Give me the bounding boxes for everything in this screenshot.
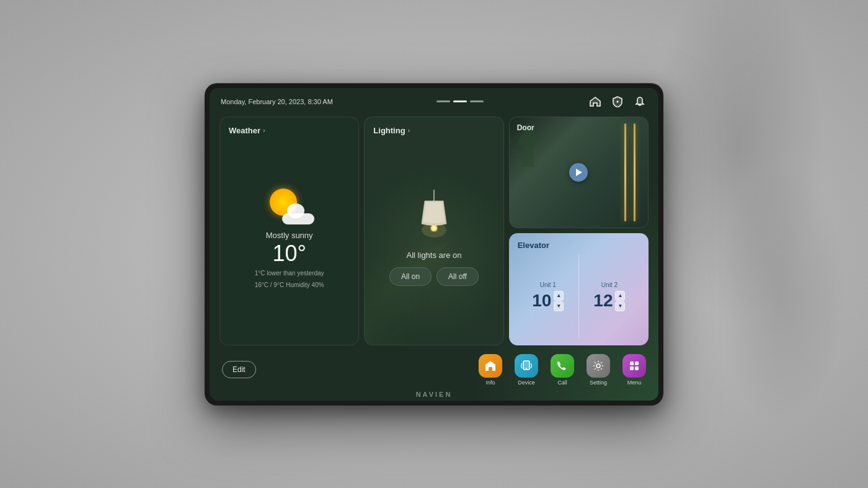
svg-point-7 [526,368,527,369]
weather-temperature: 10° [272,242,306,265]
unit2-down-arrow[interactable]: ▼ [615,301,625,311]
lamp-icon [412,190,456,246]
unit1-control: 10 ▲ ▼ [532,291,564,311]
app-menu[interactable]: Menu [622,354,646,386]
elevator-content: Elevator Unit 1 10 ▲ ▼ [509,233,649,345]
lighting-widget: Lighting › [364,117,503,345]
all-off-button[interactable]: All off [436,267,479,286]
play-icon [576,169,582,176]
info-label: Info [485,379,495,386]
home-icon[interactable] [588,94,603,109]
app-call[interactable]: Call [551,354,574,386]
unit2-value: 12 [593,292,613,309]
unit2-control: 12 ▲ ▼ [593,291,625,311]
app-device[interactable]: Device [515,354,538,386]
screen: Monday, February 20, 2023, 8:30 AM [210,88,658,401]
door-title: Door [517,123,534,132]
brand-name: NAVIEN [210,391,658,401]
lighting-content: All lights are on All on All off [373,140,494,336]
door-widget[interactable]: Door [509,117,649,229]
notification-icon[interactable] [632,94,647,109]
unit1-up-arrow[interactable]: ▲ [554,291,564,301]
play-button[interactable] [569,163,588,182]
lighting-status: All lights are on [407,251,462,260]
device-icon [515,354,538,378]
bottom-bar: Edit Info [210,350,658,391]
page-dot-2[interactable] [453,100,467,102]
svg-point-0 [616,100,618,102]
cloud-icon [282,207,314,224]
app-dock: Info Device [479,354,646,386]
weather-condition: Mostly sunny [266,231,313,240]
call-icon [551,354,574,378]
unit2-up-arrow[interactable]: ▲ [615,291,625,301]
svg-rect-9 [630,362,634,365]
weather-arrow-icon: › [263,126,265,134]
unit2-label: Unit 2 [601,282,618,288]
page-dot-3[interactable] [470,100,484,102]
weather-title: Weather [229,126,260,135]
security-icon[interactable] [610,94,625,109]
unit1-arrows[interactable]: ▲ ▼ [554,291,564,311]
svg-point-8 [596,364,600,368]
weather-comparison: 1°C lower than yesterday [255,270,324,277]
svg-rect-10 [635,362,639,365]
app-info[interactable]: Info [479,354,502,386]
main-content: Weather › Mostly sunny 10° 1°C lower tha… [210,113,658,350]
header: Monday, February 20, 2023, 8:30 AM [210,88,658,113]
weather-content: Mostly sunny 10° 1°C lower than yesterda… [229,140,350,336]
lighting-buttons: All on All off [389,267,479,286]
elevator-unit-1: Unit 1 10 ▲ ▼ [518,255,579,338]
menu-label: Menu [627,379,642,386]
unit1-value: 10 [532,292,551,309]
edit-button[interactable]: Edit [222,361,256,378]
all-on-button[interactable]: All on [389,267,432,286]
datetime: Monday, February 20, 2023, 8:30 AM [221,98,333,105]
page-dot-1[interactable] [436,100,450,102]
elevator-unit-2: Unit 2 12 ▲ ▼ [579,255,640,338]
setting-label: Setting [590,379,607,386]
elevator-title: Elevator [518,241,640,250]
lighting-title: Lighting [373,126,405,135]
svg-point-5 [422,223,446,237]
weather-header: Weather › [229,126,350,135]
unit1-down-arrow[interactable]: ▼ [554,301,564,311]
svg-rect-12 [635,366,639,370]
menu-icon [622,354,646,378]
device-frame: Monday, February 20, 2023, 8:30 AM [205,83,663,406]
svg-rect-11 [630,366,634,370]
page-indicators [436,100,484,102]
header-icons [588,94,647,109]
app-setting[interactable]: Setting [587,354,610,386]
weather-widget[interactable]: Weather › Mostly sunny 10° 1°C lower tha… [219,117,359,345]
elevator-widget: Elevator Unit 1 10 ▲ ▼ [509,233,649,345]
unit2-arrows[interactable]: ▲ ▼ [615,291,625,311]
lighting-arrow-icon: › [408,126,410,134]
info-icon [479,354,502,378]
weather-details: 16°C / 9°C Humidity 40% [255,282,324,288]
lighting-header: Lighting › [373,126,494,135]
unit1-label: Unit 1 [540,282,556,288]
elevator-units: Unit 1 10 ▲ ▼ Unit 2 [518,255,640,338]
setting-icon [587,354,610,378]
call-label: Call [557,379,567,386]
device-label: Device [518,379,535,386]
weather-icon [265,187,314,224]
